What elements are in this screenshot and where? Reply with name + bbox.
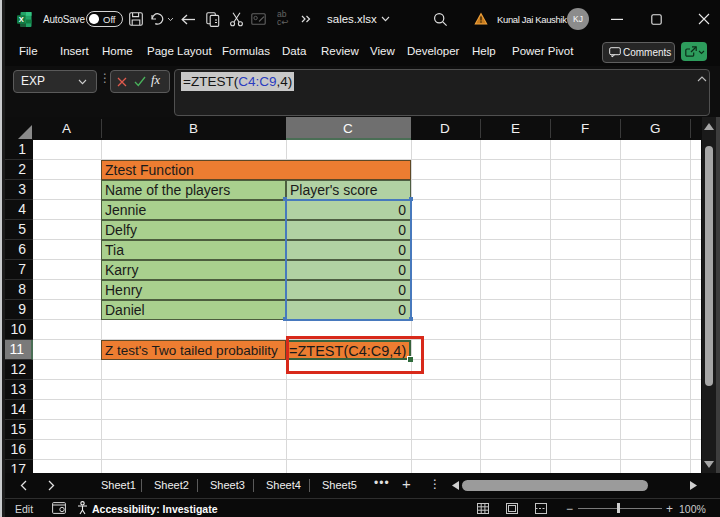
- svg-text:X: X: [19, 15, 24, 24]
